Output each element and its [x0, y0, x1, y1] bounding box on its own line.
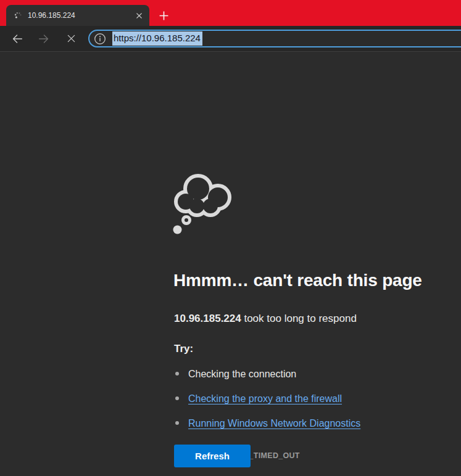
list-item: Checking the proxy and the firewall: [173, 393, 360, 405]
suggestion-list: Checking the connection Checking the pro…: [173, 368, 360, 442]
proxy-firewall-link[interactable]: Checking the proxy and the firewall: [188, 393, 342, 404]
tab-strip: 10.96.185.224: [0, 0, 461, 26]
browser-window: 10.96.185.224: [0, 0, 461, 476]
list-item: Running Windows Network Diagnostics: [173, 417, 360, 430]
network-diagnostics-link[interactable]: Running Windows Network Diagnostics: [188, 418, 360, 429]
back-button[interactable]: [8, 30, 27, 48]
new-tab-button[interactable]: [154, 6, 173, 25]
navigation-toolbar: https://10.96.185.224: [0, 26, 461, 52]
back-arrow-icon: [10, 32, 24, 46]
error-page: Hmmm… can't reach this page 10.96.185.22…: [0, 52, 461, 476]
subtitle-text: took too long to respond: [241, 313, 357, 324]
stop-button[interactable]: [62, 30, 80, 48]
failed-host: 10.96.185.224: [174, 313, 241, 324]
bullet-icon: [175, 396, 179, 400]
page-subtitle: 10.96.185.224 took too long to respond: [174, 312, 357, 326]
forward-arrow-icon: [37, 32, 51, 46]
stop-x-icon: [65, 33, 77, 44]
page-title: Hmmm… can't reach this page: [173, 269, 422, 292]
thought-cloud-icon: [172, 174, 234, 236]
bullet-icon: [175, 421, 179, 425]
list-item: Checking the connection: [173, 368, 360, 380]
browser-tab[interactable]: 10.96.185.224: [6, 5, 149, 26]
suggestion-text: Checking the connection: [188, 369, 296, 379]
address-bar[interactable]: https://10.96.185.224: [88, 30, 461, 47]
refresh-button[interactable]: Refresh: [174, 445, 251, 467]
url-input[interactable]: https://10.96.185.224: [112, 31, 202, 46]
plus-icon: [159, 10, 169, 21]
site-info-icon[interactable]: [94, 33, 106, 45]
forward-button[interactable]: [35, 30, 53, 48]
loading-spinner-icon: [14, 11, 22, 20]
bullet-icon: [175, 372, 179, 375]
tab-close-icon[interactable]: [133, 10, 144, 21]
try-label: Try:: [174, 342, 193, 356]
tab-title: 10.96.185.224: [28, 11, 133, 20]
